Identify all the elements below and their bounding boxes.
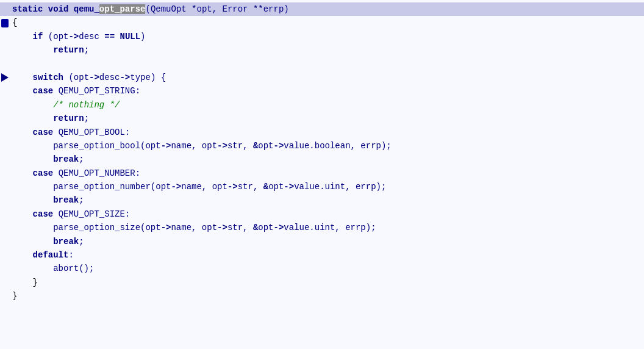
code-text-12: break; <box>12 153 84 166</box>
code-line-2: { <box>0 16 644 29</box>
code-text-10: case QEMU_OPT_BOOL: <box>12 126 130 139</box>
code-line-10: case QEMU_OPT_BOOL: <box>0 126 644 139</box>
code-text-9: return; <box>12 112 89 125</box>
code-line-7: case QEMU_OPT_STRING: <box>0 84 644 98</box>
code-text-7: case QEMU_OPT_STRING: <box>12 84 140 98</box>
arrow-marker-6 <box>1 73 9 82</box>
code-text-22: } <box>12 289 17 303</box>
code-line-14: parse_option_number(opt->name, opt->str,… <box>0 180 644 193</box>
code-line-6: switch (opt->desc->type) { <box>0 71 644 84</box>
code-line-22: } <box>0 289 644 303</box>
code-line-18: break; <box>0 235 644 248</box>
code-line-13: case QEMU_OPT_NUMBER: <box>0 167 644 180</box>
code-text-17: parse_option_size(opt->name, opt->str, &… <box>12 221 376 234</box>
code-line-15: break; <box>0 193 644 207</box>
code-text-8: /* nothing */ <box>12 98 120 112</box>
code-text-11: parse_option_bool(opt->name, opt->str, &… <box>12 139 392 153</box>
code-line-21: } <box>0 276 644 289</box>
code-line-20: abort(); <box>0 262 644 275</box>
code-line-12: break; <box>0 153 644 166</box>
code-text-4: return; <box>12 43 89 57</box>
code-line-4: return; <box>0 43 644 57</box>
code-text-14: parse_option_number(opt->name, opt->str,… <box>12 180 386 193</box>
code-line-17: parse_option_size(opt->name, opt->str, &… <box>0 221 644 234</box>
code-text-1: static void qemu_opt_parse(QemuOpt *opt,… <box>12 2 289 16</box>
code-line-5 <box>0 57 644 71</box>
code-text-6: switch (opt->desc->type) { <box>12 71 166 84</box>
code-line-19: default: <box>0 248 644 262</box>
code-line-16: case QEMU_OPT_SIZE: <box>0 207 644 221</box>
code-line-11: parse_option_bool(opt->name, opt->str, &… <box>0 139 644 153</box>
code-line-3: if (opt->desc == NULL) <box>0 30 644 43</box>
code-text-3: if (opt->desc == NULL) <box>12 30 146 43</box>
code-text-20: abort(); <box>12 262 94 275</box>
code-text-19: default: <box>12 248 74 262</box>
code-text-16: case QEMU_OPT_SIZE: <box>12 207 130 221</box>
code-text-15: break; <box>12 193 84 207</box>
code-text-2: { <box>12 16 17 29</box>
code-text-18: break; <box>12 235 84 248</box>
code-line-8: /* nothing */ <box>0 98 644 112</box>
code-text-13: case QEMU_OPT_NUMBER: <box>12 167 140 180</box>
code-container: static void qemu_opt_parse(QemuOpt *opt,… <box>0 0 644 349</box>
code-line-1: static void qemu_opt_parse(QemuOpt *opt,… <box>0 2 644 16</box>
code-line-9: return; <box>0 112 644 125</box>
breakpoint-marker-2 <box>1 19 9 27</box>
code-text-5 <box>12 57 17 71</box>
code-text-21: } <box>12 276 38 289</box>
